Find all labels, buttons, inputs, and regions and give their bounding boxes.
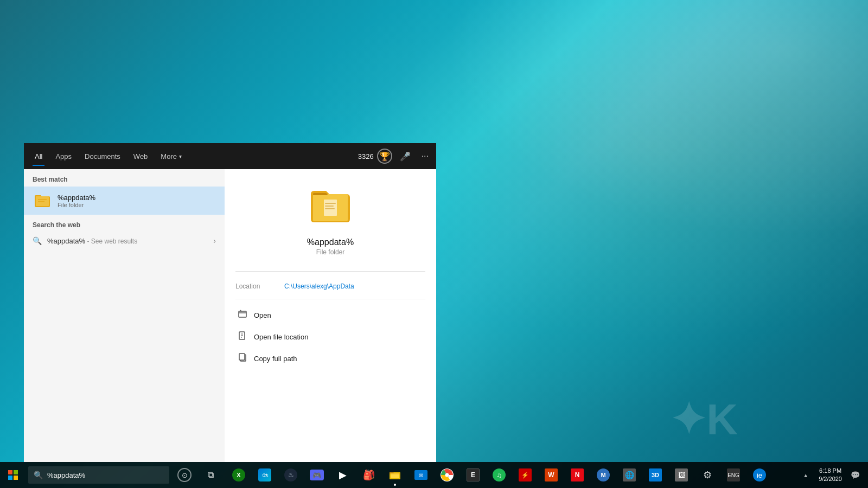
svg-rect-8 [239,311,246,317]
tray-clock[interactable]: 6:18 PM 9/2/2020 [814,467,846,484]
taskbar-reaper-icon[interactable]: ⚡ [512,462,538,488]
tray-notifications[interactable]: 💬 [846,462,864,488]
taskbar-app-icons: X 🛍 ♨ 🎮 ▶ 🎒 [226,462,773,488]
svg-rect-7 [325,208,335,209]
spotify-icon: ♫ [493,468,506,481]
cortana-button[interactable]: ⊙ [171,462,197,488]
more-options-icon[interactable]: ··· [418,149,432,163]
score-badge: 🏆 [377,149,392,164]
search-header-right: 3326 🏆 🎤 ··· [358,149,432,164]
svg-point-23 [445,473,449,477]
tab-web[interactable]: Web [127,148,155,165]
taskbar-discord-icon[interactable]: 🎮 [304,462,330,488]
action-open-file-location-label: Open file location [254,333,308,341]
taskbar-xbox-icon[interactable]: X [226,462,252,488]
taskbar-epic-icon[interactable]: E [460,462,486,488]
taskbar-spotify-icon[interactable]: ♫ [486,462,512,488]
action-copy-path-label: Copy full path [254,355,297,363]
discord-icon: 🎮 [310,470,324,480]
taskbar-3d-viewer-icon[interactable]: 3D [642,462,668,488]
search-popup: All Apps Documents Web More ▾ 3326 🏆 🎤 ·… [24,143,436,462]
svg-rect-15 [8,470,12,474]
best-match-label: Best match [24,169,225,187]
file-explorer-icon [388,469,401,481]
taskbar-search-icon: 🔍 [34,471,43,479]
tray-date: 9/2/2020 [819,475,842,483]
svg-rect-20 [391,473,399,478]
location-value[interactable]: C:\Users\alexg\AppData [284,282,354,290]
desktop: ✦K All Apps Documents Web More ▾ 3326 🏆 … [0,0,868,488]
tab-all[interactable]: All [28,148,49,165]
reaper-icon: ⚡ [519,468,532,481]
watermark-logo: ✦K [670,394,738,445]
taskbar-backpack-icon[interactable]: 🎒 [356,462,382,488]
steam-icon: ♨ [284,468,297,481]
chrome-icon [441,468,454,481]
taskbar-steam-icon[interactable]: ♨ [278,462,304,488]
tray-up-arrow[interactable]: ▲ [797,462,814,488]
start-button[interactable] [0,462,26,488]
taskbar-language-icon[interactable]: ENG [720,462,746,488]
system-tray: ▲ 6:18 PM 9/2/2020 💬 [793,462,868,488]
taskbar: 🔍 %appdata% ⊙ ⧉ X 🛍 ♨ � [0,462,868,488]
mail-icon: ✉ [414,470,427,480]
chevron-down-icon: ▾ [179,153,182,159]
result-location: Location C:\Users\alexg\AppData [235,280,425,299]
result-actions: Open Open file location Copy full path [235,305,425,369]
epic-icon: E [467,468,480,481]
copy-path-icon [238,352,248,364]
netflix-icon: N [571,468,584,481]
web-search-item[interactable]: 🔍 %appdata% - See web results › [24,232,225,249]
tab-apps[interactable]: Apps [49,148,78,165]
svg-rect-6 [325,206,334,207]
result-title: %appdata% [307,237,354,247]
taskbar-internet-icon[interactable]: ie [746,462,773,488]
svg-rect-0 [36,196,49,206]
taskbar-search-bar[interactable]: 🔍 %appdata% [28,466,169,484]
result-folder-icon [309,185,352,232]
store-icon: 🛍 [258,468,271,481]
result-subtitle: File folder [316,248,345,256]
svg-rect-14 [239,354,245,360]
taskbar-mail-icon[interactable]: ✉ [408,462,434,488]
taskbar-gallery-icon[interactable]: 🖼 [668,462,694,488]
search-right-panel: %appdata% File folder Location C:\Users\… [225,169,436,462]
3d-viewer-icon: 3D [649,468,662,481]
svg-rect-5 [325,203,336,204]
internet-icon: ie [753,468,766,481]
taskbar-netflix-icon[interactable]: N [564,462,590,488]
search-score: 3326 🏆 [358,149,392,164]
location-label: Location [235,282,284,290]
taskbar-malwarebytes-icon[interactable]: M [590,462,616,488]
taskbar-search-text: %appdata% [47,471,85,479]
taskbar-settings-icon[interactable]: ⚙ [694,462,720,488]
tray-time: 6:18 PM [819,467,841,475]
tab-documents[interactable]: Documents [78,148,127,165]
gallery-icon: 🖼 [675,468,688,481]
search-tabs-bar: All Apps Documents Web More ▾ 3326 🏆 🎤 ·… [24,143,436,169]
taskbar-file-explorer-icon[interactable] [382,462,408,488]
backpack-icon: 🎒 [363,469,375,481]
taskbar-epic-launcher-icon[interactable]: ▶ [330,462,356,488]
action-open-label: Open [254,311,271,319]
svg-rect-16 [14,470,18,474]
cortana-icon: ⊙ [177,468,192,482]
taskbar-store-icon[interactable]: 🛍 [252,462,278,488]
search-left-panel: Best match %appdata% File folder [24,169,225,462]
action-open[interactable]: Open [235,305,425,325]
microphone-icon[interactable]: 🎤 [397,149,414,164]
taskbar-office-icon[interactable]: W [538,462,564,488]
office-icon: W [545,468,558,481]
task-view-button[interactable]: ⧉ [197,462,224,488]
tab-more[interactable]: More ▾ [154,148,188,165]
taskbar-chrome-icon[interactable] [434,462,460,488]
chevron-right-icon: › [213,236,216,245]
search-web-label: Search the web [24,215,225,232]
network-icon: 🌐 [623,468,636,481]
action-open-file-location[interactable]: Open file location [235,326,425,347]
search-body: Best match %appdata% File folder [24,169,436,462]
best-match-item[interactable]: %appdata% File folder [24,187,225,215]
folder-icon-small [33,191,52,210]
taskbar-network-icon[interactable]: 🌐 [616,462,642,488]
action-copy-path[interactable]: Copy full path [235,348,425,369]
